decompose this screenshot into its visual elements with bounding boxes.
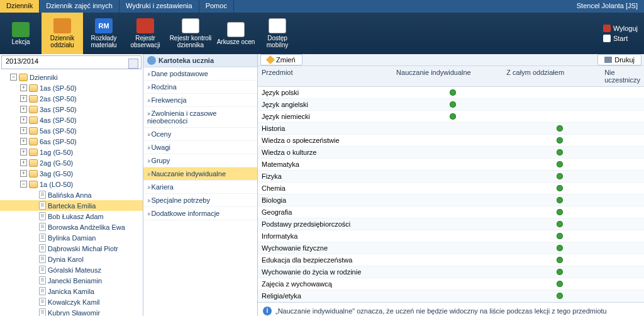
nav-item[interactable]: Rodzina [143,81,257,94]
cell-individual [396,242,509,254]
print-button[interactable]: Drukuj [597,54,641,65]
table-row[interactable]: Zajęcia z wychowawcą [258,278,644,290]
tree-student[interactable]: Janecki Beniamin [0,275,143,286]
tree-folder[interactable]: +3ag (G-50) [0,168,143,179]
tree-folder[interactable]: +2as (SP-50) [0,93,143,104]
content-area: Zmień Drukuj Przedmiot Nauczanie indywid… [258,54,644,316]
check-dot-icon [557,233,563,239]
nav-item[interactable]: Specjalne potrzeby [143,194,257,207]
tree-root[interactable]: −Dzienniki [0,72,143,82]
tree-student[interactable]: Kubryn Sławomir [0,307,143,316]
ribbon-lekcja[interactable]: Lekcja [0,13,42,54]
check-dot-icon [557,281,563,287]
tab-dziennik[interactable]: Dziennik [0,0,40,13]
table-row[interactable]: Wiedza o społeczeństwie [258,135,644,147]
nav-item[interactable]: Nauczanie indywidualne [143,167,257,181]
col-whole-class[interactable]: Z całym oddziałem [502,66,601,86]
check-dot-icon [557,137,563,144]
tree-student[interactable]: Góralski Mateusz [0,264,143,275]
nav-item[interactable]: Kariera [143,181,257,194]
expand-icon[interactable]: + [20,84,27,91]
table-row[interactable]: Wychowanie do życia w rodzinie [258,266,644,278]
expand-icon[interactable]: + [20,138,27,145]
tree-folder[interactable]: +5as (SP-50) [0,125,143,136]
ribbon-arkusze[interactable]: Arkusze ocen [215,13,257,54]
ribbon-dziennik-oddzialu[interactable]: Dziennik oddziału [42,13,83,54]
cell-individual [396,147,509,158]
class-tree[interactable]: −Dzienniki+1as (SP-50)+2as (SP-50)+3as (… [0,71,143,316]
cell-not-participating [610,111,644,122]
expand-icon[interactable]: + [20,149,27,155]
folder-icon [29,116,38,124]
logout-link[interactable]: Wyloguj [603,25,638,32]
table-row[interactable]: Podstawy przedsiębiorczości [258,218,644,230]
nav-item[interactable]: Oceny [143,128,257,141]
cell-not-participating [610,183,644,194]
tree-student[interactable]: Kowalczyk Kamil [0,296,143,307]
check-dot-icon [557,209,563,215]
tree-student[interactable]: Dynia Karol [0,254,143,264]
home-icon [603,35,611,42]
tree-student[interactable]: Bob Łukasz Adam [0,211,143,222]
tab-wydruki[interactable]: Wydruki i zestawienia [119,0,199,13]
tree-student[interactable]: Bartecka Emilia [0,200,143,211]
ribbon-rozklady[interactable]: RM Rozkłady materiału [83,13,125,54]
ribbon-rejestr-kontroli[interactable]: Rejestr kontroli dziennika [166,13,215,54]
ribbon-rejestr-obserwacji[interactable]: Rejestr obserwacji [125,13,166,54]
expand-icon[interactable]: + [20,127,27,134]
nav-item[interactable]: Dodatkowe informacje [143,207,257,220]
tree-student[interactable]: Janicka Kamila [0,286,143,296]
table-row[interactable]: Fizyka [258,171,644,183]
check-dot-icon [557,221,563,227]
nav-item[interactable]: Frekwencja [143,94,257,107]
collapse-icon[interactable]: − [20,181,27,188]
table-row[interactable]: Religia/etyka [258,290,644,302]
edit-button[interactable]: Zmień [260,54,303,65]
check-dot-icon [557,269,563,275]
ribbon-dostep-mobilny[interactable]: Dostęp mobilny [257,13,298,54]
col-individual[interactable]: Nauczanie indywidualne [392,66,502,86]
tree-folder[interactable]: +1as (SP-50) [0,82,143,93]
table-row[interactable]: Edukacja dla bezpieczeństwa [258,254,644,266]
expand-icon[interactable]: + [20,170,27,177]
tree-student[interactable]: Dąbrowski Michał Piotr [0,243,143,254]
expand-icon[interactable]: + [20,159,27,166]
table-row[interactable]: Biologia [258,195,644,206]
tab-dziennik-zajec[interactable]: Dziennik zajęć innych [40,0,119,13]
check-dot-icon [557,125,563,132]
nav-item[interactable]: Grupy [143,154,257,167]
table-row[interactable]: Wychowanie fizyczne [258,242,644,254]
table-row[interactable]: Język polski [258,87,644,99]
table-row[interactable]: Informatyka [258,230,644,242]
tree-folder[interactable]: +1ag (G-50) [0,147,143,157]
table-row[interactable]: Historia [258,123,644,135]
tree-student[interactable]: Borowska Andżelika Ewa [0,222,143,232]
col-subject[interactable]: Przedmiot [258,66,392,86]
expand-icon[interactable]: + [20,116,27,123]
table-row[interactable]: Język angielski [258,99,644,111]
expand-icon[interactable]: + [20,95,27,102]
col-not-participating[interactable]: Nie uczestniczy [601,66,644,86]
tab-pomoc[interactable]: Pomoc [199,0,234,13]
nav-item[interactable]: Zwolnienia i czasowe nieobecności [143,107,257,128]
expand-icon[interactable]: + [20,106,27,113]
nav-item[interactable]: Dane podstawowe [143,67,257,81]
tree-folder[interactable]: +2ag (G-50) [0,157,143,168]
subject-name: Podstawy przedsiębiorczości [258,218,396,230]
start-link[interactable]: Start [603,35,638,42]
tree-student[interactable]: Bylinka Damian [0,232,143,243]
table-row[interactable]: Matematyka [258,159,644,171]
table-row[interactable]: Język niemiecki [258,111,644,123]
tree-folder[interactable]: +3as (SP-50) [0,104,143,115]
tree-folder[interactable]: +6as (SP-50) [0,136,143,147]
nav-item[interactable]: Uwagi [143,141,257,154]
year-select[interactable]: 2013/2014 [1,55,142,69]
tree-student[interactable]: Balińska Anna [0,189,143,200]
tree-folder[interactable]: −1a (LO-50) [0,179,143,189]
tree-folder[interactable]: +4as (SP-50) [0,115,143,125]
cell-whole-class [509,99,610,110]
table-row[interactable]: Wiedza o kulturze [258,147,644,159]
table-row[interactable]: Chemia [258,183,644,195]
table-row[interactable]: Geografia [258,206,644,218]
collapse-icon[interactable]: − [10,74,17,81]
